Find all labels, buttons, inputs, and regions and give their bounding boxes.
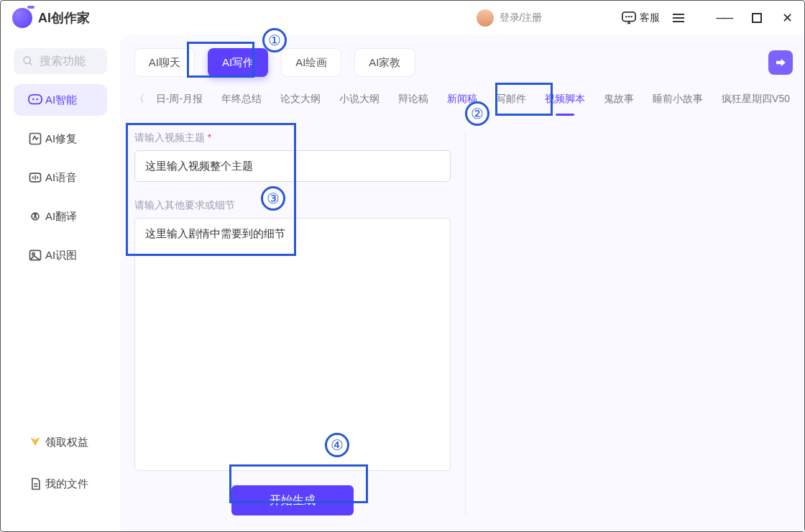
sidebar-item-label: AI语音 [45, 171, 77, 185]
template-subtabs: 〈 日-周-月报 年终总结 论文大纲 小说大纲 辩论稿 新闻稿 写邮件 视频脚本… [134, 93, 790, 106]
sidebar-item-label: AI翻译 [45, 210, 77, 224]
minimize-button[interactable]: ── [716, 12, 732, 24]
titlebar: AI创作家 登录/注册 客服 ── ✕ [1, 1, 804, 35]
search-placeholder: 搜索功能 [40, 54, 86, 69]
tab-ai-tutor[interactable]: AI家教 [354, 48, 415, 77]
subtab-item[interactable]: 小说大纲 [339, 93, 380, 106]
sidebar-item-ai-repair[interactable]: AI修复 [14, 123, 107, 155]
sidebar-item-ai-voice[interactable]: AI语音 [14, 162, 107, 193]
arrow-icon [774, 56, 787, 69]
output-column [465, 132, 790, 515]
subtab-scroll-left[interactable]: 〈 [134, 93, 144, 106]
close-button[interactable]: ✕ [782, 12, 793, 24]
maximize-button[interactable] [752, 13, 762, 23]
svg-rect-9 [30, 134, 41, 145]
subtab-item[interactable]: 新闻稿 [447, 93, 477, 106]
hamburger-menu-button[interactable] [670, 9, 687, 27]
subtab-item[interactable]: 论文大纲 [280, 93, 321, 106]
subtab-item[interactable]: 鬼故事 [604, 93, 634, 106]
login-link[interactable]: 登录/注册 [500, 12, 543, 24]
search-input-wrapper[interactable]: 搜索功能 [14, 48, 107, 74]
detail-textarea[interactable] [134, 218, 451, 471]
rewards-icon [25, 434, 45, 451]
svg-point-3 [631, 16, 632, 17]
svg-point-7 [32, 98, 34, 101]
svg-point-1 [626, 16, 627, 17]
category-tabs: AI聊天 AI写作 AI绘画 AI家教 [134, 48, 415, 77]
svg-point-8 [36, 98, 38, 101]
svg-line-5 [29, 63, 32, 65]
subtab-item[interactable]: 疯狂星期四V50 [722, 93, 790, 106]
subtab-item[interactable]: 辩论稿 [398, 93, 428, 106]
customer-service-label: 客服 [640, 12, 660, 24]
files-icon [25, 475, 45, 492]
sidebar-item-files[interactable]: 我的文件 [14, 469, 107, 498]
customer-service-button[interactable]: 客服 [621, 11, 660, 25]
avatar-icon[interactable] [477, 9, 494, 27]
window-controls: ── ✕ [716, 12, 793, 24]
hamburger-icon [673, 17, 684, 19]
subtab-item-selected[interactable]: 视频脚本 [545, 93, 585, 106]
tab-ai-draw[interactable]: AI绘画 [281, 48, 341, 77]
subtab-item[interactable]: 写邮件 [496, 93, 526, 106]
form-column: 请输入视频主题 * 请输入其他要求或细节 开始生成 [134, 132, 451, 515]
app-window: AI创作家 登录/注册 客服 ── ✕ 搜索功能 AI智能 [0, 0, 805, 532]
svg-point-16 [32, 253, 34, 255]
image-icon [25, 247, 45, 264]
tab-ai-write[interactable]: AI写作 [208, 48, 268, 77]
sidebar-item-label: 我的文件 [45, 477, 88, 491]
svg-rect-6 [29, 95, 42, 104]
sidebar-item-label: AI识图 [45, 249, 77, 262]
sidebar-item-ai-smart[interactable]: AI智能 [14, 84, 107, 116]
app-title: AI创作家 [38, 9, 90, 27]
sidebar-item-ai-image[interactable]: AI识图 [14, 239, 107, 271]
tab-ai-chat[interactable]: AI聊天 [134, 48, 195, 77]
ai-smart-icon [25, 91, 45, 109]
chat-bubble-icon [621, 11, 637, 25]
topic-input[interactable] [134, 150, 451, 182]
detail-label: 请输入其他要求或细节 [134, 199, 451, 212]
history-button[interactable] [768, 50, 793, 75]
sidebar-item-label: 领取权益 [45, 436, 88, 449]
sidebar-item-ai-translate[interactable]: AI翻译 [14, 201, 107, 232]
sidebar-item-label: AI修复 [45, 132, 77, 146]
subtab-item[interactable]: 睡前小故事 [653, 93, 703, 106]
svg-point-4 [24, 57, 30, 63]
subtab-item[interactable]: 日-周-月报 [156, 93, 203, 106]
generate-button[interactable]: 开始生成 [231, 485, 354, 515]
sidebar: 搜索功能 AI智能 AI修复 AI语音 AI翻译 AI识图 [1, 35, 120, 531]
search-icon [22, 55, 34, 67]
subtab-item[interactable]: 年终总结 [221, 93, 262, 106]
repair-icon [25, 130, 45, 147]
voice-icon [25, 169, 45, 186]
topic-label: 请输入视频主题 * [134, 132, 451, 145]
sidebar-item-label: AI智能 [45, 93, 77, 107]
svg-point-2 [628, 16, 630, 17]
main-panel: AI聊天 AI写作 AI绘画 AI家教 〈 日-周-月报 年终总结 论文大纲 小… [120, 35, 804, 531]
sidebar-item-rewards[interactable]: 领取权益 [14, 428, 107, 457]
translate-icon [25, 208, 45, 225]
app-logo-icon [12, 8, 32, 28]
